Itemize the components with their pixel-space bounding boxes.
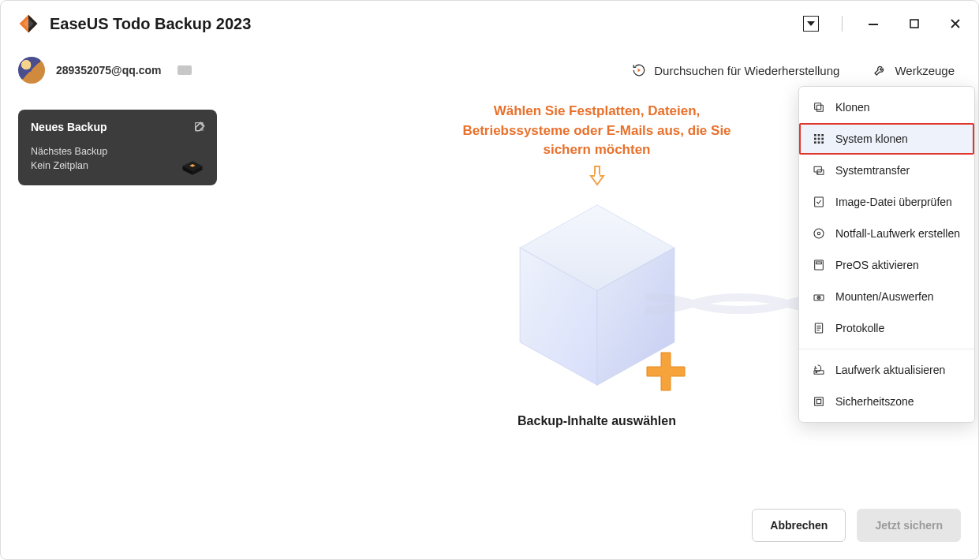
app-title: EaseUS Todo Backup 2023	[50, 15, 251, 33]
tools-item-mounten-auswerfen[interactable]: Mounten/Auswerfen	[799, 281, 974, 312]
user-email: 289352075@qq.com	[56, 64, 162, 77]
preos-icon	[812, 258, 826, 272]
instruction-text: Wählen Sie Festplatten, Dateien, Betrieb…	[432, 102, 763, 160]
plus-icon	[641, 346, 691, 397]
svg-point-43	[818, 297, 819, 298]
svg-rect-12	[595, 174, 600, 177]
transfer-icon	[812, 163, 826, 177]
backup-schedule: Kein Zeitplan	[31, 159, 204, 173]
avatar	[18, 57, 45, 84]
tools-item-label: Klonen	[835, 101, 870, 114]
svg-rect-36	[815, 197, 824, 207]
wrench-icon	[873, 63, 887, 77]
svg-rect-33	[821, 141, 824, 144]
svg-rect-34	[814, 166, 821, 172]
tools-item-label: System klonen	[835, 133, 908, 145]
tools-item-label: Protokolle	[835, 322, 884, 334]
mount-icon	[812, 289, 826, 304]
svg-rect-3	[869, 24, 878, 25]
svg-point-49	[816, 371, 816, 372]
grid-icon	[812, 132, 826, 146]
app-logo-icon	[18, 13, 39, 34]
backup-card-title: Neues Backup	[31, 121, 204, 133]
svg-rect-27	[821, 134, 824, 136]
tools-item-image-datei-berpr-fen[interactable]: Image-Datei überprüfen	[799, 186, 974, 218]
svg-rect-25	[814, 134, 816, 136]
svg-rect-23	[816, 105, 823, 111]
log-icon	[812, 321, 826, 335]
tools-item-preos-aktivieren[interactable]: PreOS aktivieren	[799, 249, 974, 281]
browse-restore-label: Durchsuchen für Wiederherstellung	[654, 64, 839, 77]
user-block[interactable]: 289352075@qq.com	[18, 57, 192, 84]
copy-icon	[812, 100, 826, 114]
checkfile-icon	[812, 195, 826, 209]
tools-item-label: Mounten/Auswerfen	[835, 290, 934, 303]
tools-item-label: PreOS aktivieren	[835, 259, 919, 271]
sidebar: Neues Backup Nächstes Backup Kein Zeitpl…	[18, 110, 217, 185]
tools-item-label: Laufwerk aktualisieren	[835, 364, 945, 376]
zone-icon	[812, 394, 826, 409]
tools-item-label: Systemtransfer	[835, 164, 910, 177]
svg-rect-40	[816, 262, 822, 264]
svg-rect-51	[816, 399, 820, 403]
svg-rect-29	[818, 138, 820, 140]
app-window: EaseUS Todo Backup 2023 289352075@qq.com	[0, 0, 979, 560]
svg-point-38	[817, 232, 820, 234]
svg-rect-28	[814, 138, 816, 140]
tools-item-system-klonen[interactable]: System klonen	[799, 123, 974, 155]
titlebar: EaseUS Todo Backup 2023	[1, 1, 978, 47]
restore-clock-icon	[632, 63, 646, 77]
tools-item-sicherheitszone[interactable]: Sicherheitszone	[799, 386, 974, 417]
backup-next-label: Nächstes Backup	[31, 144, 204, 159]
maximize-button[interactable]	[899, 9, 929, 39]
edit-icon[interactable]	[193, 121, 206, 133]
tools-item-laufwerk-aktualisieren[interactable]: Laufwerk aktualisieren	[799, 354, 974, 386]
tools-item-label: Image-Datei überprüfen	[835, 196, 952, 208]
svg-rect-26	[818, 134, 820, 136]
dropdown-separator	[799, 349, 974, 349]
svg-rect-30	[821, 138, 824, 140]
browse-restore-link[interactable]: Durchsuchen für Wiederherstellung	[626, 58, 846, 82]
backup-card[interactable]: Neues Backup Nächstes Backup Kein Zeitpl…	[18, 110, 217, 185]
svg-rect-32	[818, 141, 820, 144]
dropdown-toggle[interactable]	[796, 9, 826, 39]
svg-rect-50	[815, 398, 824, 406]
tools-item-label: Sicherheitszone	[835, 395, 914, 408]
svg-rect-24	[815, 103, 821, 110]
tools-link[interactable]: Werkzeuge	[866, 58, 961, 82]
edition-badge	[177, 65, 192, 75]
disk-mini-icon	[181, 152, 204, 176]
tools-dropdown: KlonenSystem klonenSystemtransferImage-D…	[798, 86, 975, 423]
tools-item-label: Notfall-Laufwerk erstellen	[835, 227, 960, 240]
minimize-button[interactable]	[858, 9, 888, 39]
cancel-button[interactable]: Abbrechen	[752, 509, 846, 542]
tools-item-protokolle[interactable]: Protokolle	[799, 312, 974, 344]
footer-buttons: Abbrechen Jetzt sichern	[752, 509, 961, 542]
tools-item-klonen[interactable]: Klonen	[799, 91, 974, 123]
close-button[interactable]	[940, 9, 970, 39]
tools-item-notfall-laufwerk-erstellen[interactable]: Notfall-Laufwerk erstellen	[799, 218, 974, 249]
svg-rect-31	[814, 141, 816, 144]
backup-now-button: Jetzt sichern	[857, 509, 961, 542]
tools-label: Werkzeuge	[895, 64, 955, 77]
svg-rect-4	[910, 20, 918, 28]
refresh-icon	[812, 363, 826, 377]
tools-item-systemtransfer[interactable]: Systemtransfer	[799, 155, 974, 186]
svg-point-37	[814, 229, 824, 238]
disc-icon	[812, 226, 826, 241]
